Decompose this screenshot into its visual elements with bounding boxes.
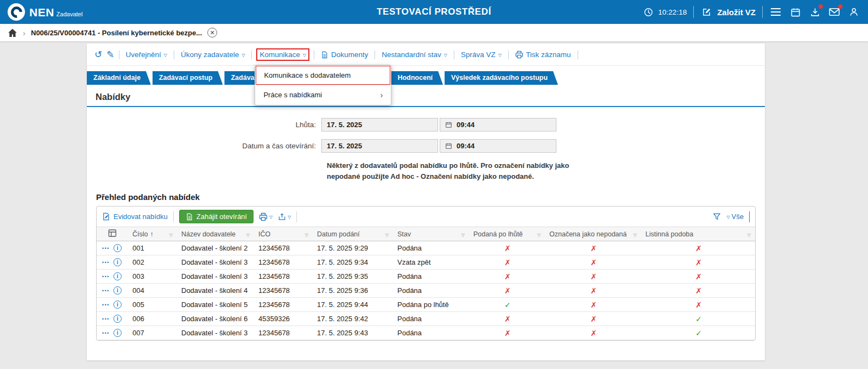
row-info-icon[interactable]: i bbox=[113, 286, 122, 295]
filter-icon[interactable]: ▽ bbox=[747, 233, 751, 237]
filter-button[interactable] bbox=[713, 212, 721, 221]
history-icon[interactable]: ↺ bbox=[94, 50, 102, 59]
row-menu-icon[interactable]: ••• bbox=[102, 288, 110, 293]
column-header-2[interactable]: ▽IČO bbox=[254, 227, 313, 241]
toolbar-link-label: Tisk záznamu bbox=[526, 51, 571, 59]
row-menu-icon[interactable]: ••• bbox=[102, 316, 110, 322]
cross-icon: ✗ bbox=[695, 258, 702, 267]
mail-icon[interactable] bbox=[828, 5, 841, 18]
cell-po_lhute: ✗ bbox=[469, 255, 545, 270]
column-header-0[interactable]: ▽Číslo↑ bbox=[128, 227, 177, 241]
toolbar-link-4[interactable]: Nestandardní stav▽ bbox=[379, 49, 449, 60]
brand-name: NEN bbox=[29, 7, 54, 18]
row-info-icon[interactable]: i bbox=[113, 272, 122, 280]
chevron-down-icon: ▽ bbox=[444, 53, 447, 58]
calendar-icon[interactable] bbox=[789, 5, 802, 18]
column-header-7[interactable]: ▽Listinná podoba bbox=[641, 227, 755, 241]
tab-4[interactable]: Hodnocení bbox=[391, 71, 443, 85]
nen-logo[interactable]: NEN Zadavatel bbox=[8, 3, 83, 21]
deadline-date-value: 17. 5. 2025 bbox=[327, 121, 362, 129]
toolbar-link-5[interactable]: Správa VZ▽ bbox=[459, 49, 504, 60]
filter-icon[interactable]: ▽ bbox=[633, 233, 637, 237]
filter-icon[interactable]: ▽ bbox=[246, 233, 250, 237]
cell-listinna: ✗ bbox=[641, 284, 755, 298]
row-menu-icon[interactable]: ••• bbox=[102, 330, 110, 336]
column-header-5[interactable]: ▽Podaná po lhůtě bbox=[469, 227, 545, 241]
close-record-icon[interactable]: ✕ bbox=[207, 28, 217, 37]
toolbar-link-label: Správa VZ bbox=[461, 51, 496, 59]
menu-item-0[interactable]: Komunikace s dodavatelem bbox=[256, 66, 390, 85]
opening-time-input[interactable]: 09:44 bbox=[440, 139, 556, 153]
toolbar-link-3[interactable]: Dokumenty bbox=[319, 49, 370, 60]
start-opening-button[interactable]: Zahájit otevírání bbox=[179, 210, 254, 223]
column-header-3[interactable]: ▽Datum podání bbox=[313, 227, 393, 241]
row-menu-icon[interactable]: ••• bbox=[102, 260, 110, 265]
table-row[interactable]: •••i002Dodavatel - školení 31234567817. … bbox=[97, 255, 755, 270]
view-all-dropdown[interactable]: ▽ Vše bbox=[726, 212, 744, 221]
toolbar-link-2[interactable]: Komunikace▽Komunikace s dodavatelemPráce… bbox=[256, 48, 309, 61]
table-row[interactable]: •••i003Dodavatel - školení 31234567817. … bbox=[97, 270, 755, 284]
table-row[interactable]: •••i005Dodavatel - školení 51234567817. … bbox=[97, 298, 755, 312]
table-row[interactable]: •••i006Dodavatel - školení 64535932617. … bbox=[97, 312, 755, 326]
cross-icon: ✗ bbox=[504, 244, 511, 253]
menu-item-1[interactable]: Práce s nabídkami› bbox=[256, 85, 390, 104]
row-tools: •••i bbox=[101, 286, 125, 295]
table-row[interactable]: •••i007Dodavatel - školení 31234567817. … bbox=[97, 326, 755, 340]
row-tools: •••i bbox=[101, 315, 125, 323]
filter-icon[interactable]: ▽ bbox=[305, 233, 308, 237]
filter-icon[interactable]: ▽ bbox=[461, 233, 465, 237]
column-header-4[interactable]: ▽Stav bbox=[393, 227, 469, 241]
row-menu-icon[interactable]: ••• bbox=[102, 274, 110, 279]
toolbar-link-6[interactable]: Tisk záznamu bbox=[513, 49, 573, 60]
tab-0[interactable]: Základní údaje bbox=[87, 71, 151, 85]
menu-icon[interactable] bbox=[769, 5, 782, 18]
toolbar-link-0[interactable]: Uveřejnění▽ bbox=[124, 49, 169, 60]
toolbar-separator bbox=[119, 51, 119, 59]
row-info-icon[interactable]: i bbox=[113, 329, 122, 337]
edit-pencil-icon[interactable]: ✎ bbox=[106, 50, 114, 59]
column-settings-icon[interactable] bbox=[108, 232, 117, 239]
opening-date-input[interactable]: 17. 5. 2025 bbox=[321, 139, 438, 153]
table-row[interactable]: •••i001Dodavatel - školení 21234567817. … bbox=[97, 241, 755, 255]
deadline-date-input[interactable]: 17. 5. 2025 bbox=[321, 118, 438, 132]
cell-listinna: ✓ bbox=[641, 326, 755, 340]
breadcrumb: › N006/25/V00004741 - Posílení kyberneti… bbox=[0, 24, 868, 42]
print-button[interactable]: ▽ bbox=[259, 212, 273, 221]
offers-section-title: Přehled podaných nabídek bbox=[96, 192, 765, 202]
submenu-chevron-icon: › bbox=[380, 90, 383, 99]
cell-listinna: ✗ bbox=[641, 255, 755, 270]
toolbar-separator bbox=[454, 51, 454, 59]
export-button[interactable]: ▽ bbox=[278, 212, 291, 221]
calendar-icon bbox=[445, 142, 452, 149]
row-info-icon[interactable]: i bbox=[113, 258, 122, 266]
filter-icon[interactable]: ▽ bbox=[537, 233, 541, 237]
cross-icon: ✗ bbox=[695, 244, 702, 253]
cell-nepodana: ✗ bbox=[545, 312, 641, 326]
column-header-1[interactable]: ▽Název dodavatele bbox=[177, 227, 254, 241]
cell-dodavatel: Dodavatel - školení 5 bbox=[177, 298, 254, 312]
row-menu-icon[interactable]: ••• bbox=[102, 302, 110, 308]
filter-icon[interactable]: ▽ bbox=[169, 233, 173, 237]
table-row[interactable]: •••i004Dodavatel - školení 41234567817. … bbox=[97, 284, 755, 298]
deadline-time-input[interactable]: 09:44 bbox=[440, 118, 556, 132]
tab-1[interactable]: Zadávací postup bbox=[153, 71, 223, 85]
offers-grid-toolbar: Evidovat nabídku Zahájit otevírání ▽ ▽ bbox=[97, 207, 755, 227]
column-settings-header[interactable] bbox=[97, 227, 128, 241]
create-vz-button[interactable]: Založit VZ bbox=[700, 5, 756, 18]
filter-icon[interactable]: ▽ bbox=[385, 233, 389, 237]
record-toolbar: ↺ ✎ Uveřejnění▽Úkony zadavatele▽Komunika… bbox=[87, 43, 765, 66]
row-menu-icon[interactable]: ••• bbox=[102, 246, 110, 251]
row-info-icon[interactable]: i bbox=[113, 244, 122, 252]
column-header-6[interactable]: ▽Označena jako nepodaná bbox=[545, 227, 641, 241]
register-offer-button[interactable]: Evidovat nabídku bbox=[102, 212, 168, 221]
home-button[interactable] bbox=[8, 28, 17, 37]
opening-fields: 17. 5. 2025 09:44 bbox=[321, 139, 556, 153]
row-info-icon[interactable]: i bbox=[113, 301, 122, 309]
toolbar-link-1[interactable]: Úkony zadavatele▽ bbox=[179, 49, 247, 60]
cell-ico: 12345678 bbox=[254, 326, 313, 340]
download-icon[interactable] bbox=[808, 5, 821, 18]
row-info-icon[interactable]: i bbox=[113, 315, 122, 323]
user-icon[interactable] bbox=[847, 5, 860, 18]
tab-5[interactable]: Výsledek zadávacího postupu bbox=[445, 71, 558, 85]
breadcrumb-item[interactable]: N006/25/V00004741 - Posílení kybernetick… bbox=[31, 29, 202, 37]
